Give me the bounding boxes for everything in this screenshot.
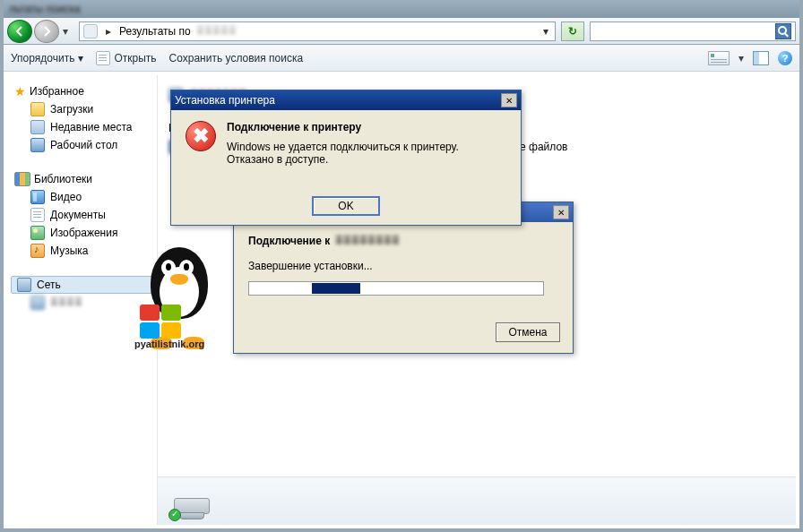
window-titlebar: льтаты поиска — [4, 0, 799, 18]
item-thumbnail — [170, 484, 213, 519]
view-options-button[interactable] — [708, 51, 730, 65]
close-button[interactable]: ✕ — [501, 93, 517, 107]
error-message: Подключение к принтеру Windows не удаетс… — [227, 121, 459, 166]
nav-forward-button[interactable] — [34, 20, 59, 43]
progress-bar — [248, 281, 544, 296]
libraries-icon — [14, 172, 30, 186]
command-bar: Упорядочить Открыть Сохранить условия по… — [4, 45, 799, 72]
libraries-group[interactable]: Библиотеки — [11, 170, 153, 188]
sidebar-item-pictures[interactable]: Изображения — [11, 224, 153, 242]
error-dialog: Установка принтера ✕ ✖ Подключение к при… — [170, 90, 522, 226]
location-icon — [83, 24, 98, 39]
nav-history-dropdown[interactable]: ▾ — [61, 25, 70, 38]
dialog-title: Установка принтера — [175, 94, 275, 107]
progress-heading: Подключение к ⠿⠿⠿⠿⠿⠿⠿⠿ — [248, 235, 558, 247]
sidebar-item-desktop[interactable]: Рабочий стол — [11, 136, 153, 154]
progress-status: Завершение установки... — [248, 260, 558, 272]
sidebar-item-videos[interactable]: Видео — [11, 188, 153, 206]
folder-icon — [30, 102, 45, 116]
details-pane — [158, 476, 796, 525]
network-icon — [17, 278, 31, 292]
desktop-icon — [30, 138, 45, 152]
sidebar-item-network[interactable]: Сеть — [11, 276, 153, 294]
recent-icon — [30, 120, 45, 134]
help-button[interactable]: ? — [778, 51, 792, 65]
window-title: льтаты поиска — [9, 3, 81, 15]
navigation-pane: ★ Избранное Загрузки Недавние места Рабо… — [7, 75, 158, 525]
document-icon — [30, 208, 45, 222]
save-search-button[interactable]: Сохранить условия поиска — [169, 52, 304, 64]
sidebar-item-network-child[interactable]: ⠿⠿⠿⠿ — [11, 294, 153, 312]
organize-menu[interactable]: Упорядочить — [11, 52, 83, 64]
sidebar-item-music[interactable]: Музыка — [11, 242, 153, 260]
preview-pane-button[interactable] — [753, 51, 769, 65]
search-box[interactable] — [590, 21, 796, 41]
computer-icon — [30, 296, 45, 310]
sidebar-item-downloads[interactable]: Загрузки — [11, 100, 153, 118]
dialog-titlebar[interactable]: Установка принтера ✕ — [171, 90, 521, 110]
refresh-button[interactable]: ↻ — [561, 21, 584, 41]
pictures-icon — [30, 226, 45, 240]
video-icon — [30, 190, 45, 204]
nav-bar: ▾ ▸ Результаты по ⠿⠿⠿⠿⠿ ▾ ↻ — [4, 18, 799, 45]
ok-button[interactable]: OK — [312, 196, 380, 216]
breadcrumb-segment[interactable]: Результаты по — [119, 25, 191, 38]
sidebar-item-documents[interactable]: Документы — [11, 206, 153, 224]
search-icon[interactable] — [775, 23, 791, 39]
breadcrumb-root-dropdown[interactable]: ▸ — [103, 25, 114, 38]
close-button[interactable]: ✕ — [553, 205, 569, 219]
nav-back-button[interactable] — [7, 20, 32, 43]
open-icon — [96, 51, 110, 65]
view-dropdown[interactable]: ▾ — [738, 52, 744, 64]
address-bar[interactable]: ▸ Результаты по ⠿⠿⠿⠿⠿ ▾ — [79, 21, 556, 41]
star-icon: ★ — [14, 84, 26, 99]
sidebar-item-recent[interactable]: Недавние места — [11, 118, 153, 136]
cancel-button[interactable]: Отмена — [496, 322, 560, 342]
favorites-group[interactable]: ★ Избранное — [11, 82, 153, 100]
breadcrumb-dropdown[interactable]: ▾ — [540, 25, 551, 38]
open-button[interactable]: Открыть — [96, 51, 156, 65]
error-icon: ✖ — [186, 121, 216, 151]
music-icon — [30, 244, 45, 258]
